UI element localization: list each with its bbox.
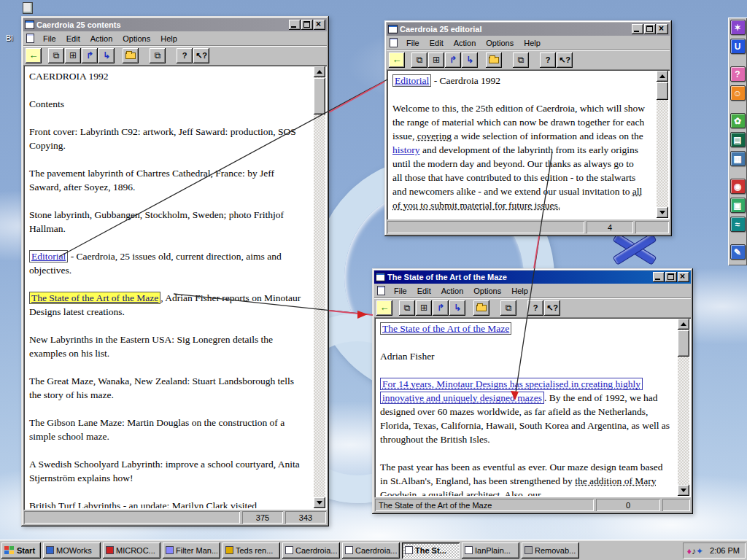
menu-file[interactable]: File — [390, 286, 411, 296]
scroll-down-button[interactable] — [657, 207, 668, 218]
follow-link-icon[interactable]: ↱ — [82, 48, 98, 63]
back-icon[interactable]: ← — [26, 48, 42, 63]
menu-help[interactable]: Help — [519, 38, 545, 48]
make-link-icon[interactable]: ↳ — [449, 300, 465, 316]
scroll-down-button[interactable] — [678, 485, 689, 496]
maximize-button[interactable] — [665, 272, 677, 282]
open-folder-icon[interactable] — [486, 52, 502, 68]
task-moworks[interactable]: MOWorks — [43, 542, 101, 559]
launcher-grid-icon[interactable]: ▣ — [730, 198, 746, 213]
scrollbar-thumb[interactable] — [657, 82, 668, 100]
copy-document-icon[interactable]: ⧉ — [411, 52, 427, 68]
copy-all-icon[interactable]: ⊞ — [416, 300, 432, 316]
scroll-up-button[interactable] — [678, 319, 689, 330]
scroll-down-button[interactable] — [314, 497, 325, 508]
launcher-book-icon[interactable]: ▤ — [730, 132, 746, 147]
open-folder-icon[interactable] — [123, 48, 139, 63]
close-button[interactable]: × — [657, 24, 668, 34]
vertical-scrollbar[interactable] — [314, 66, 325, 508]
task-caerdroia-1[interactable]: Caerdroia... — [282, 542, 340, 559]
menu-action[interactable]: Action — [449, 38, 481, 48]
statusbar: The State of the Art of the Maze 0 — [374, 497, 691, 512]
window-contents: Caerdroia 25 contents × File Edit Action… — [21, 16, 329, 526]
link-text[interactable]: covering — [417, 131, 452, 141]
task-ianplain[interactable]: IanPlain... — [462, 542, 519, 559]
task-removable[interactable]: Removab... — [522, 542, 579, 559]
close-button[interactable]: × — [314, 20, 325, 30]
link-line-editorial-desktop-segment — [329, 82, 384, 112]
copy-all-icon[interactable]: ⊞ — [65, 48, 81, 63]
titlebar[interactable]: Caerdroia 25 contents × — [23, 18, 327, 31]
titlebar[interactable]: The State of the Art of the Maze × — [374, 271, 691, 284]
follow-link-icon[interactable]: ↱ — [433, 300, 449, 316]
menu-options[interactable]: Options — [469, 286, 506, 296]
launcher-help-icon[interactable]: ? — [730, 66, 746, 82]
desktop-icon-partial[interactable] — [23, 2, 33, 14]
task-teds[interactable]: Teds ren... — [222, 542, 280, 559]
launcher-target-icon[interactable]: ◉ — [730, 179, 746, 194]
scroll-up-button[interactable] — [657, 71, 668, 82]
launcher-docs-icon[interactable]: ▦ — [730, 151, 746, 166]
menu-edit[interactable]: Edit — [413, 286, 436, 296]
launcher-pen-icon[interactable]: ✎ — [730, 244, 746, 260]
menu-edit[interactable]: Edit — [425, 38, 448, 48]
launcher-flower-icon[interactable]: ✿ — [730, 113, 746, 128]
help-icon[interactable]: ? — [527, 300, 543, 316]
copy-document-icon[interactable]: ⧉ — [399, 300, 415, 316]
copy-page-icon[interactable]: ⧉ — [513, 52, 529, 68]
titlebar[interactable]: Caerdroia 25 editorial × — [387, 23, 670, 36]
menu-help[interactable]: Help — [507, 286, 533, 296]
close-button[interactable]: × — [678, 272, 689, 282]
link-text[interactable]: history — [392, 144, 420, 155]
vertical-scrollbar[interactable] — [678, 319, 689, 496]
menu-options[interactable]: Options — [481, 38, 518, 48]
make-link-icon[interactable]: ↳ — [98, 48, 115, 63]
link-text[interactable]: Editorial — [29, 250, 68, 262]
launcher-wave-icon[interactable]: ≈ — [730, 217, 746, 232]
taskbar-buttons: MOWorks MICROC... Filter Man... Teds ren… — [43, 542, 579, 559]
context-help-icon[interactable]: ↖? — [193, 48, 209, 63]
menu-help[interactable]: Help — [156, 34, 182, 44]
task-caerdroia-2[interactable]: Caerdroia... — [342, 542, 400, 559]
minimize-button[interactable] — [653, 272, 665, 282]
context-help-icon[interactable]: ↖? — [557, 52, 573, 68]
link-text[interactable]: The State of the Art of the Maze — [29, 292, 160, 304]
minimize-button[interactable] — [289, 20, 301, 30]
follow-link-icon[interactable]: ↱ — [445, 52, 461, 68]
copy-page-icon[interactable]: ⧉ — [500, 300, 516, 316]
scroll-up-button[interactable] — [314, 66, 325, 77]
menu-action[interactable]: Action — [86, 34, 117, 44]
menu-options[interactable]: Options — [118, 34, 155, 44]
tray-display-icon[interactable]: ✦ — [696, 546, 703, 556]
menu-file[interactable]: File — [402, 38, 424, 48]
start-button[interactable]: Start — [1, 542, 41, 559]
context-help-icon[interactable]: ↖? — [544, 300, 560, 316]
link-text[interactable]: Editorial — [392, 74, 431, 87]
task-microcosm[interactable]: MICROC... — [103, 542, 160, 559]
copy-all-icon[interactable]: ⊞ — [428, 52, 444, 68]
vertical-scrollbar[interactable] — [657, 71, 668, 218]
launcher-university-icon[interactable]: U — [730, 39, 746, 54]
minimize-button[interactable] — [632, 24, 643, 34]
menu-file[interactable]: File — [39, 34, 61, 44]
help-icon[interactable]: ? — [540, 52, 556, 68]
maximize-button[interactable] — [301, 20, 313, 30]
open-folder-icon[interactable] — [473, 300, 489, 316]
task-filter-manager[interactable]: Filter Man... — [163, 542, 220, 559]
launcher-palette-icon[interactable]: ✶ — [730, 20, 746, 35]
make-link-icon[interactable]: ↳ — [462, 52, 478, 68]
menu-edit[interactable]: Edit — [62, 34, 85, 44]
task-the-state[interactable]: The St... — [402, 542, 460, 559]
copy-page-icon[interactable]: ⧉ — [150, 48, 166, 63]
link-text[interactable]: The State of the Art of the Maze — [380, 322, 511, 335]
scrollbar-thumb[interactable] — [678, 330, 689, 357]
windows-logo-icon — [4, 546, 15, 555]
copy-document-icon[interactable]: ⧉ — [48, 48, 64, 63]
back-icon[interactable]: ← — [389, 52, 405, 68]
launcher-user-icon[interactable]: ☺ — [730, 85, 746, 101]
menu-action[interactable]: Action — [437, 286, 468, 296]
maximize-button[interactable] — [644, 24, 656, 34]
help-icon[interactable]: ? — [177, 48, 193, 63]
back-icon[interactable]: ← — [376, 300, 392, 316]
scrollbar-thumb[interactable] — [314, 78, 325, 114]
